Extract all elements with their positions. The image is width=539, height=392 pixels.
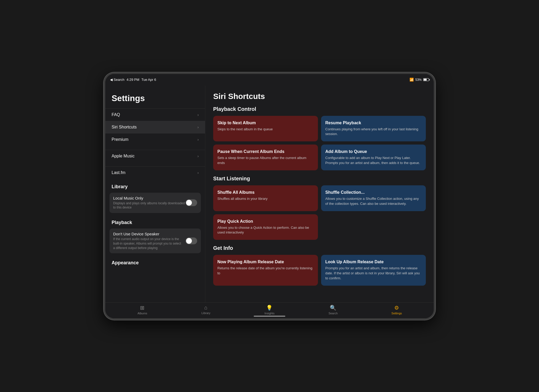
tab-search[interactable]: 🔍 Search bbox=[301, 305, 365, 315]
device-frame: ◀ Search 4:29 PM Tue Apr 6 📶 53% Setting… bbox=[104, 72, 435, 320]
dont-use-speaker-toggle-item: Don't Use Device Speaker If the current … bbox=[109, 229, 201, 253]
card-now-playing-release-date[interactable]: Now Playing Album Release Date Returns t… bbox=[213, 255, 318, 286]
status-bar: ◀ Search 4:29 PM Tue Apr 6 📶 53% bbox=[105, 74, 434, 86]
get-info-cards-grid: Now Playing Album Release Date Returns t… bbox=[213, 255, 426, 286]
card-desc: Continues playing from where you left of… bbox=[325, 127, 422, 137]
sidebar-item-apple-music[interactable]: Apple Music › bbox=[105, 150, 205, 162]
card-title: Resume Playback bbox=[325, 121, 422, 125]
settings-icon: ⚙ bbox=[394, 305, 399, 311]
battery-percent: 53% bbox=[415, 78, 422, 82]
card-play-quick-action[interactable]: Play Quick Action Allows you to choose a… bbox=[213, 214, 318, 240]
wifi-icon: 📶 bbox=[410, 78, 414, 82]
chevron-icon: › bbox=[197, 154, 199, 158]
card-title: Skip to Next Album bbox=[217, 121, 314, 125]
playback-section-heading: Playback bbox=[105, 215, 205, 227]
tab-library[interactable]: ⌂ Library bbox=[174, 305, 238, 315]
local-music-toggle[interactable] bbox=[186, 199, 197, 206]
sidebar-item-premium[interactable]: Premium › bbox=[105, 133, 205, 146]
dont-use-speaker-label: Don't Use Device Speaker bbox=[113, 232, 183, 236]
card-add-album-queue[interactable]: Add Album to Queue Configurable to add a… bbox=[321, 145, 426, 170]
right-panel: Siri Shortcuts Playback Control Skip to … bbox=[205, 86, 434, 302]
card-desc: Sets a sleep timer to pause Albums after… bbox=[217, 156, 314, 166]
local-music-desc: Displays and plays only albums locally d… bbox=[113, 201, 186, 210]
tab-label-search: Search bbox=[328, 312, 338, 315]
sidebar-item-lastfm[interactable]: Last.fm › bbox=[105, 166, 205, 179]
sidebar-title: Settings bbox=[105, 91, 205, 108]
tab-label-albums: Albums bbox=[137, 312, 147, 315]
tab-albums[interactable]: ⊞ Albums bbox=[111, 305, 174, 315]
card-desc: Returns the release date of the album yo… bbox=[217, 266, 314, 276]
insights-icon: 💡 bbox=[266, 305, 273, 311]
panel-title: Siri Shortcuts bbox=[213, 92, 426, 101]
card-title: Shuffle Collection... bbox=[325, 190, 422, 195]
dont-use-speaker-desc: If the current audio output on your devi… bbox=[113, 237, 183, 250]
main-content: Settings FAQ › Siri Shortcuts › Premium … bbox=[105, 86, 434, 302]
card-title: Now Playing Album Release Date bbox=[217, 260, 314, 264]
local-music-label: Local Music Only bbox=[113, 196, 186, 200]
local-music-toggle-item: Local Music Only Displays and plays only… bbox=[109, 193, 201, 213]
sidebar-item-faq[interactable]: FAQ › bbox=[105, 108, 205, 121]
card-title: Shuffle All Albums bbox=[217, 190, 314, 195]
card-title: Play Quick Action bbox=[217, 219, 314, 224]
card-desc: Skips to the next album in the queue bbox=[217, 127, 314, 132]
search-icon: 🔍 bbox=[330, 305, 336, 311]
card-title: Look Up Album Release Date bbox=[325, 260, 422, 264]
tab-insights[interactable]: 💡 Insights bbox=[238, 305, 301, 315]
status-time: 4:29 PM bbox=[127, 78, 139, 82]
card-desc: Shuffles all albums in your library bbox=[217, 196, 314, 201]
card-shuffle-all-albums[interactable]: Shuffle All Albums Shuffles all albums i… bbox=[213, 185, 318, 211]
section-heading-get-info: Get Info bbox=[213, 245, 426, 251]
card-pause-album-ends[interactable]: Pause When Current Album Ends Sets a sle… bbox=[213, 145, 318, 170]
tab-label-insights: Insights bbox=[264, 312, 275, 315]
card-resume-playback[interactable]: Resume Playback Continues playing from w… bbox=[321, 116, 426, 142]
section-heading-playback: Playback Control bbox=[213, 106, 426, 112]
card-title: Pause When Current Album Ends bbox=[217, 149, 314, 154]
home-indicator bbox=[254, 316, 285, 317]
sidebar: Settings FAQ › Siri Shortcuts › Premium … bbox=[105, 86, 205, 302]
card-desc: Prompts you for an artist and album, the… bbox=[325, 266, 422, 281]
start-listening-cards-grid: Shuffle All Albums Shuffles all albums i… bbox=[213, 185, 426, 240]
sidebar-item-siri-shortcuts[interactable]: Siri Shortcuts › bbox=[105, 121, 205, 133]
card-desc: Allows you to customize a Shuffle Collec… bbox=[325, 196, 422, 206]
back-button[interactable]: ◀ Search bbox=[110, 78, 124, 82]
battery-icon bbox=[423, 78, 429, 81]
library-section-heading: Library bbox=[105, 179, 205, 191]
dont-use-speaker-toggle[interactable] bbox=[186, 237, 197, 244]
card-desc: Configurable to add an album to Play Nex… bbox=[325, 156, 422, 166]
playback-cards-grid: Skip to Next Album Skips to the next alb… bbox=[213, 116, 426, 170]
library-icon: ⌂ bbox=[204, 305, 207, 311]
card-title: Add Album to Queue bbox=[325, 149, 422, 154]
card-desc: Allows you to choose a Quick Action to p… bbox=[217, 225, 314, 235]
tab-label-settings: Settings bbox=[391, 312, 402, 315]
chevron-icon: › bbox=[197, 137, 199, 142]
section-heading-start-listening: Start Listening bbox=[213, 176, 426, 182]
tab-settings[interactable]: ⚙ Settings bbox=[365, 305, 428, 315]
card-look-up-release-date[interactable]: Look Up Album Release Date Prompts you f… bbox=[321, 255, 426, 286]
card-skip-next-album[interactable]: Skip to Next Album Skips to the next alb… bbox=[213, 116, 318, 142]
card-shuffle-collection[interactable]: Shuffle Collection... Allows you to cust… bbox=[321, 185, 426, 211]
chevron-icon: › bbox=[197, 171, 199, 175]
tab-label-library: Library bbox=[202, 311, 211, 315]
chevron-icon: › bbox=[197, 125, 199, 129]
albums-icon: ⊞ bbox=[140, 305, 144, 311]
chevron-icon: › bbox=[197, 113, 199, 117]
appearance-section-heading: Appearance bbox=[105, 255, 205, 267]
status-date: Tue Apr 6 bbox=[141, 78, 156, 82]
